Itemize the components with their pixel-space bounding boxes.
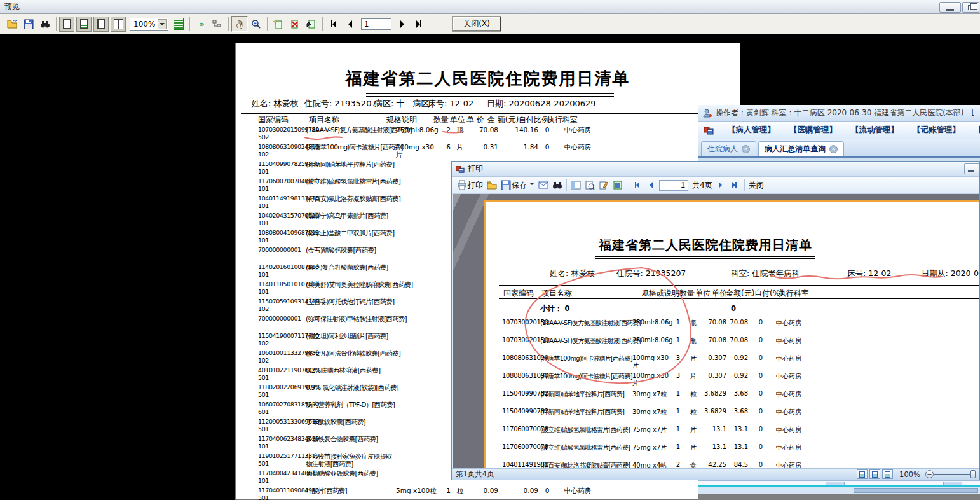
zoom-slider[interactable]: −: [925, 470, 976, 478]
menu-item[interactable]: 【日常: [974, 125, 980, 135]
zoom-select[interactable]: 100%: [130, 18, 168, 31]
outline-tree-button[interactable]: [209, 16, 226, 32]
slider-thumb[interactable]: [970, 470, 976, 478]
hand-tool-button[interactable]: [231, 16, 248, 32]
export-image-icon[interactable]: [613, 180, 623, 190]
print-button[interactable]: 打印: [457, 180, 483, 191]
folder-open-icon: [7, 19, 17, 29]
tab-active[interactable]: 病人汇总清单查询✕: [758, 141, 844, 156]
info-field: 科室: 住院老年病科: [731, 268, 800, 279]
new-page-button[interactable]: [270, 16, 287, 32]
nav-last-button[interactable]: [411, 16, 427, 32]
menu-item[interactable]: 【记账管理】: [913, 125, 960, 135]
view-text-button[interactable]: [882, 469, 893, 479]
horizontal-scrollbar[interactable]: [698, 487, 980, 494]
cell-code: 10401149198133410 101: [258, 195, 306, 210]
cell-dept: 中心药房: [556, 126, 601, 141]
view-whole-page-button[interactable]: [869, 469, 880, 479]
cell-code: 115040990782: [502, 408, 540, 417]
edit-icon[interactable]: [599, 180, 609, 190]
open-button[interactable]: [4, 16, 20, 32]
cell-name: (立普妥)阿托伐他汀钙片[西药费]: [306, 298, 396, 313]
view-full-page-button[interactable]: [76, 17, 92, 32]
cell-name: (得百安)氟比洛芬凝胶贴膏[西药费]: [540, 461, 632, 468]
tab-close-icon[interactable]: ✕: [829, 145, 838, 153]
separator: [566, 179, 567, 191]
column-header: 单位: [695, 288, 711, 299]
nav-first-button[interactable]: [631, 177, 643, 193]
tree-icon: [212, 19, 222, 29]
delete-page-button[interactable]: [287, 16, 303, 32]
menu-item[interactable]: 【流动管理】: [851, 125, 899, 135]
nav-prev-button[interactable]: [646, 177, 655, 193]
cell-spec: 250ml:8.06g: [396, 126, 440, 141]
cell-ratio: 0: [748, 372, 773, 388]
tab-inactive[interactable]: 住院病人✕: [701, 141, 756, 156]
lined-page-icon: [80, 19, 88, 29]
chevron-down-icon[interactable]: [529, 183, 534, 188]
cell-name: (弥可保注射液)甲钴胺注射液[西药费]: [306, 315, 396, 323]
print-doc-rows: 107030020150(18AA-V-SF)复方氨基酸注射液[西药费]250m…: [486, 319, 979, 468]
cell-qty: [440, 229, 451, 244]
cell-amount: 0.92: [726, 354, 748, 370]
binoculars-icon[interactable]: [552, 180, 562, 190]
cell-spec: [396, 332, 440, 347]
find-button[interactable]: [37, 16, 53, 32]
separator: [267, 17, 268, 31]
cell-name: (金丐)醋酸钙胶囊[西药费]: [306, 246, 396, 254]
save-button[interactable]: 保存: [501, 180, 534, 191]
move-page-button[interactable]: [303, 16, 320, 32]
screen: 预览 100% »: [0, 0, 980, 500]
preview-titlebar: 预览: [0, 0, 980, 14]
menu-item[interactable]: 【病人管理】: [728, 125, 775, 135]
zoom-out-icon[interactable]: −: [925, 470, 934, 478]
column-header: 规格或说明: [641, 288, 679, 299]
nav-next-button[interactable]: [394, 16, 411, 32]
close-button[interactable]: 关闭(X): [453, 17, 501, 31]
view-page-grid-button[interactable]: [93, 17, 109, 32]
zoom-page-icon[interactable]: [585, 180, 595, 190]
cell-unit: 瓶: [684, 337, 702, 345]
zoom-dropdown-arrow[interactable]: [158, 19, 167, 29]
nav-next-button[interactable]: [716, 177, 725, 193]
cell-code: 11706007007840830 101: [258, 177, 306, 193]
view-single-page-button[interactable]: [59, 17, 74, 32]
cell-unit: 片: [451, 143, 470, 158]
view-page-width-button[interactable]: [857, 469, 868, 479]
cell-name: (拜唐苹100mg)阿卡波糖片[西药费]: [306, 143, 396, 158]
close-button[interactable]: 关闭: [749, 180, 764, 191]
nav-prev-button[interactable]: [342, 16, 358, 32]
menu-item[interactable]: 【医嘱管理】: [789, 125, 837, 135]
view-multi-page-button[interactable]: [111, 17, 126, 32]
separator: [322, 17, 323, 31]
minimize-button[interactable]: [939, 2, 961, 13]
open-folder-icon[interactable]: [487, 180, 497, 190]
cell-qty: 2: [440, 126, 451, 141]
cell-code: 10607027083185230 601: [258, 401, 306, 416]
page-setup-icon[interactable]: [571, 180, 581, 190]
email-icon[interactable]: [538, 180, 548, 190]
nav-last-button[interactable]: [729, 177, 740, 193]
cell-name: 牛痘疫苗接种家兔炎症皮肤提取物注射液[西药费]: [306, 452, 396, 468]
view-report-button[interactable]: [170, 16, 187, 32]
save-button[interactable]: [20, 16, 37, 32]
cell-qty: [440, 469, 451, 485]
continuous-scroll-button[interactable]: »: [193, 16, 209, 32]
tab-close-icon[interactable]: ✕: [742, 145, 750, 153]
cell-spec: [396, 384, 440, 399]
minimize-button[interactable]: [964, 163, 979, 174]
slider-track[interactable]: [934, 474, 970, 475]
page-input[interactable]: [659, 180, 688, 191]
cell-unit: 瓶: [684, 319, 702, 328]
prev-page-icon: [348, 20, 352, 28]
scrollbar-thumb[interactable]: [854, 488, 978, 493]
restore-icon: [968, 5, 974, 10]
zoom-in-tool-button[interactable]: [248, 16, 264, 32]
cell-ratio: 0: [538, 143, 556, 158]
cell-name: (聚克)复合乳酸菌胶囊[西药费]: [306, 263, 396, 279]
cell-amount: 0.09: [498, 487, 538, 500]
restore-button[interactable]: [962, 2, 979, 13]
page-input[interactable]: [361, 18, 391, 30]
cell-code: 11704006234834630 101: [258, 435, 306, 450]
nav-first-button[interactable]: [325, 16, 342, 32]
